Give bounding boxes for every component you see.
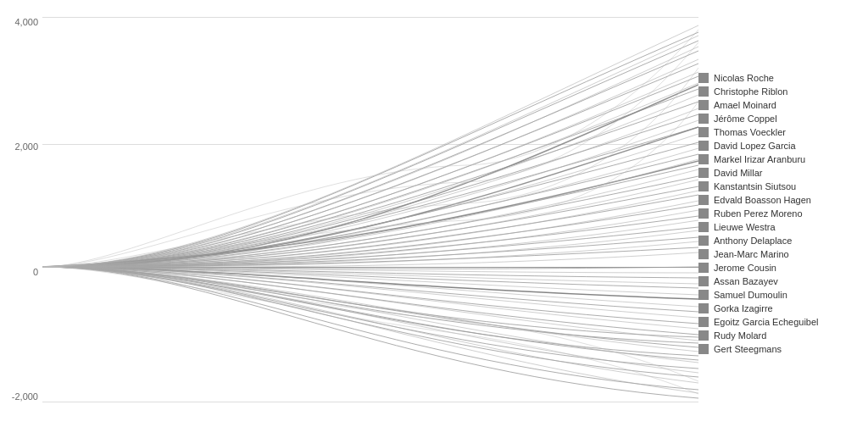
y-label-2000: 2,000 — [14, 141, 38, 152]
legend-label-7: David Millar — [714, 168, 762, 178]
legend-color-20 — [698, 344, 709, 354]
y-label-4000: 4,000 — [14, 17, 38, 27]
legend-color-13 — [698, 249, 709, 259]
legend-item-19: Rudy Molard — [698, 330, 868, 341]
legend-item-1: Christophe Riblon — [698, 86, 868, 97]
legend-label-12: Anthony Delaplace — [714, 236, 792, 246]
legend-color-12 — [698, 236, 709, 246]
chart-area: 4,000 2,000 0 -2,000 — [0, 0, 698, 427]
y-label-neg2000: -2,000 — [12, 391, 38, 402]
legend-color-0 — [698, 73, 709, 83]
legend-color-11 — [698, 222, 709, 232]
legend-color-18 — [698, 317, 709, 327]
legend-item-14: Jerome Cousin — [698, 263, 868, 273]
legend-color-8 — [698, 181, 709, 191]
legend-color-2 — [698, 100, 709, 110]
legend-item-11: Lieuwe Westra — [698, 222, 868, 232]
legend-item-16: Samuel Dumoulin — [698, 290, 868, 300]
legend-item-13: Jean-Marc Marino — [698, 249, 868, 259]
legend-item-9: Edvald Boasson Hagen — [698, 195, 868, 205]
y-axis: 4,000 2,000 0 -2,000 — [0, 17, 42, 402]
chart-lines — [42, 17, 698, 402]
grid-line-bottom — [42, 402, 698, 402]
legend-color-9 — [698, 195, 709, 205]
legend-item-17: Gorka Izagirre — [698, 303, 868, 313]
legend-item-15: Assan Bazayev — [698, 276, 868, 286]
legend-label-3: Jérôme Coppel — [714, 114, 777, 124]
legend-label-6: Markel Irizar Aranburu — [714, 154, 805, 164]
legend-item-2: Amael Moinard — [698, 100, 868, 110]
legend-label-5: David Lopez Garcia — [714, 141, 796, 151]
legend-label-15: Assan Bazayev — [714, 276, 778, 286]
legend-color-14 — [698, 263, 709, 273]
legend-color-10 — [698, 208, 709, 219]
legend-item-10: Ruben Perez Moreno — [698, 208, 868, 219]
legend-color-1 — [698, 86, 709, 97]
legend-label-17: Gorka Izagirre — [714, 303, 773, 313]
legend-color-16 — [698, 290, 709, 300]
legend-color-15 — [698, 276, 709, 286]
legend-item-4: Thomas Voeckler — [698, 127, 868, 137]
legend-label-8: Kanstantsin Siutsou — [714, 181, 796, 191]
legend-label-10: Ruben Perez Moreno — [714, 208, 803, 219]
legend-item-3: Jérôme Coppel — [698, 114, 868, 124]
legend-color-19 — [698, 330, 709, 341]
legend-label-11: Lieuwe Westra — [714, 222, 776, 232]
legend-item-5: David Lopez Garcia — [698, 141, 868, 151]
legend-label-1: Christophe Riblon — [714, 86, 787, 97]
y-label-0: 0 — [33, 267, 38, 277]
legend-label-20: Gert Steegmans — [714, 344, 782, 354]
legend-color-3 — [698, 114, 709, 124]
legend-label-4: Thomas Voeckler — [714, 127, 786, 137]
legend-label-16: Samuel Dumoulin — [714, 290, 787, 300]
legend-label-0: Nicolas Roche — [714, 73, 774, 83]
legend-item-12: Anthony Delaplace — [698, 236, 868, 246]
legend-item-6: Markel Irizar Aranburu — [698, 154, 868, 164]
legend-item-18: Egoitz Garcia Echeguibel — [698, 317, 868, 327]
legend-label-9: Edvald Boasson Hagen — [714, 195, 811, 205]
legend-area: Nicolas Roche Christophe Riblon Amael Mo… — [698, 0, 868, 427]
legend-color-4 — [698, 127, 709, 137]
chart-container: 4,000 2,000 0 -2,000 — [0, 0, 868, 427]
legend-label-19: Rudy Molard — [714, 330, 766, 341]
legend-color-6 — [698, 154, 709, 164]
legend-item-7: David Millar — [698, 168, 868, 178]
legend-label-2: Amael Moinard — [714, 100, 776, 110]
legend-item-8: Kanstantsin Siutsou — [698, 181, 868, 191]
legend-label-13: Jean-Marc Marino — [714, 249, 789, 259]
legend-color-7 — [698, 168, 709, 178]
legend-color-5 — [698, 141, 709, 151]
legend-item-20: Gert Steegmans — [698, 344, 868, 354]
legend-label-18: Egoitz Garcia Echeguibel — [714, 317, 819, 327]
legend-color-17 — [698, 303, 709, 313]
legend-label-14: Jerome Cousin — [714, 263, 776, 273]
legend-item-0: Nicolas Roche — [698, 73, 868, 83]
